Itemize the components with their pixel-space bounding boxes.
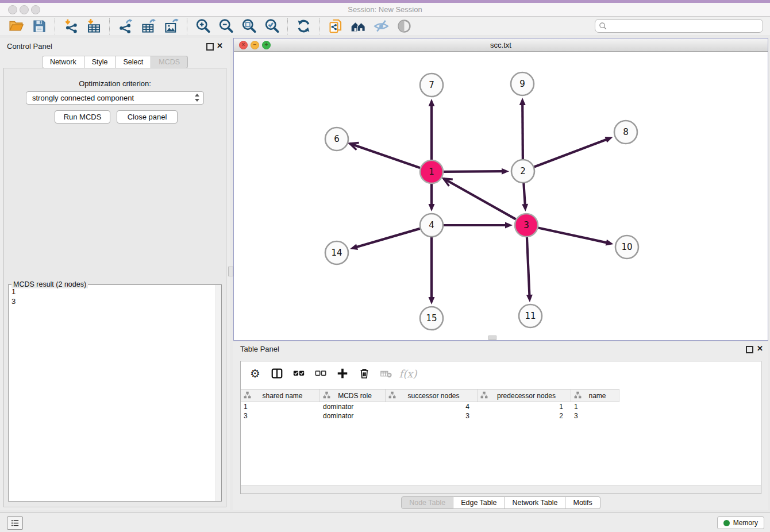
edge-arrowhead (350, 244, 358, 250)
tab-select[interactable]: Select (116, 56, 152, 68)
tab-edge-table[interactable]: Edge Table (453, 496, 505, 509)
table-cell: dominator (320, 411, 386, 421)
zoom-selected-icon[interactable] (263, 18, 280, 35)
network-graph[interactable]: 7968124314101511 (234, 52, 767, 339)
column-header-successor-nodes[interactable]: successor nodes (386, 390, 478, 402)
refresh-view-icon[interactable] (295, 18, 312, 35)
graph-node-label: 3 (523, 220, 529, 230)
run-mcds-button[interactable]: Run MCDS (55, 110, 110, 124)
optimization-criterion-label: Optimization criterion: (4, 79, 226, 88)
graph-edge[interactable] (522, 104, 523, 159)
toolbar-separator (319, 18, 319, 34)
float-table-panel-icon[interactable] (746, 346, 753, 353)
graph-edge[interactable] (350, 144, 420, 168)
table-cell: 3 (571, 411, 619, 421)
column-header-shared-name[interactable]: shared name (241, 390, 320, 402)
graph-edge[interactable] (523, 183, 525, 205)
edge-arrowhead (519, 98, 526, 105)
column-header-MCDS-role[interactable]: MCDS role (320, 390, 386, 402)
memory-button[interactable]: Memory (717, 516, 764, 529)
export-image-icon[interactable] (163, 18, 180, 35)
close-table-panel-icon[interactable] (757, 344, 763, 353)
column-header-predecessor-nodes[interactable]: predecessor nodes (478, 390, 571, 402)
network-window-title: scc.txt (234, 41, 768, 49)
add-column-icon[interactable] (335, 366, 350, 381)
column-type-icon (244, 391, 251, 400)
export-network-icon[interactable] (117, 18, 134, 35)
tab-mcds[interactable]: MCDS (151, 56, 188, 68)
tab-style[interactable]: Style (84, 56, 116, 68)
table-panel-title: Table Panel (240, 345, 279, 353)
toolbar-icon-row (5, 17, 415, 36)
tab-node-table[interactable]: Node Table (401, 496, 453, 509)
result-scrollbar[interactable] (215, 285, 221, 501)
deselect-all-icon[interactable] (313, 366, 328, 381)
graph-edge[interactable] (527, 237, 530, 296)
zoom-out-icon[interactable] (217, 18, 234, 35)
table-panel: Table Panel ⚙f(x) shared nameMCDS rolesu… (233, 342, 768, 510)
edge-arrowhead (605, 137, 613, 142)
control-panel-tabs: NetworkStyleSelectMCDS (0, 56, 230, 68)
status-bar: Memory (0, 512, 770, 532)
graph-edge[interactable] (538, 228, 607, 242)
tab-network[interactable]: Network (42, 56, 84, 68)
open-folder-icon[interactable] (7, 18, 25, 35)
titlebar[interactable]: Session: New Session (0, 3, 770, 17)
memory-status-icon (723, 520, 730, 526)
search-box[interactable] (595, 19, 763, 33)
save-session-icon[interactable] (30, 18, 48, 35)
criterion-select[interactable]: strongly connected component (26, 91, 204, 105)
zoom-fit-icon[interactable] (240, 18, 257, 35)
node-table-container: ⚙f(x) shared nameMCDS rolesuccessor node… (240, 361, 761, 494)
mcds-result-box: MCDS result (2 nodes) 13 (8, 284, 222, 502)
close-panel-icon[interactable] (217, 41, 223, 50)
function-builder-icon: f(x) (401, 366, 415, 381)
show-columns-icon[interactable] (270, 366, 284, 381)
edge-arrowhead (429, 204, 435, 211)
edge-arrowhead (502, 168, 509, 175)
table-cell: 1 (478, 402, 571, 411)
horizontal-splitter-handle[interactable] (488, 336, 496, 340)
table-mode-icon[interactable]: ⚙ (248, 366, 263, 381)
column-header-name[interactable]: name (571, 390, 619, 402)
tab-network-table[interactable]: Network Table (505, 496, 566, 509)
show-all-icon[interactable] (395, 18, 413, 35)
table-row[interactable]: 3dominator323 (241, 411, 761, 421)
zoom-in-icon[interactable] (194, 18, 211, 35)
float-panel-icon[interactable] (206, 43, 214, 51)
mcds-result-line: 1 (9, 287, 215, 296)
import-network-icon[interactable] (62, 18, 79, 35)
graph-edge[interactable] (444, 179, 516, 219)
graph-node-label: 8 (623, 127, 629, 137)
select-all-icon[interactable] (291, 366, 306, 381)
export-table-icon[interactable] (140, 18, 157, 35)
hide-selected-icon[interactable] (372, 18, 390, 35)
control-panel: Control Panel NetworkStyleSelectMCDS Opt… (0, 38, 230, 510)
graph-edge[interactable] (444, 171, 503, 172)
mcds-result-line: 3 (9, 296, 215, 306)
table-header-row: shared nameMCDS rolesuccessor nodesprede… (241, 389, 619, 402)
first-neighbors-icon[interactable] (349, 18, 367, 35)
table-cell: 4 (386, 402, 478, 411)
vertical-splitter-handle[interactable] (228, 267, 233, 276)
graph-edge[interactable] (356, 229, 420, 247)
graph-node-label: 4 (429, 220, 434, 230)
table-row[interactable]: 1dominator411 (241, 402, 761, 411)
column-type-icon (574, 391, 582, 400)
tab-motifs[interactable]: Motifs (565, 496, 600, 509)
close-panel-button[interactable]: Close panel (117, 110, 178, 124)
delete-column-icon[interactable] (357, 366, 372, 381)
search-input[interactable] (608, 21, 763, 31)
graph-edge[interactable] (534, 139, 607, 167)
network-window-titlebar[interactable]: scc.txt (234, 38, 768, 52)
table-hscrollbar-track[interactable] (241, 485, 761, 494)
table-cell: 2 (478, 411, 571, 421)
task-history-button[interactable] (7, 516, 23, 530)
mcds-result-list[interactable]: 13 (9, 285, 215, 501)
toolbar-separator (287, 18, 288, 34)
table-rows: 1dominator4113dominator323 (241, 402, 761, 421)
graph-node-label: 14 (331, 248, 342, 258)
graph-node-label: 6 (334, 134, 340, 144)
import-table-icon[interactable] (85, 18, 102, 35)
clone-network-icon[interactable] (326, 18, 344, 35)
